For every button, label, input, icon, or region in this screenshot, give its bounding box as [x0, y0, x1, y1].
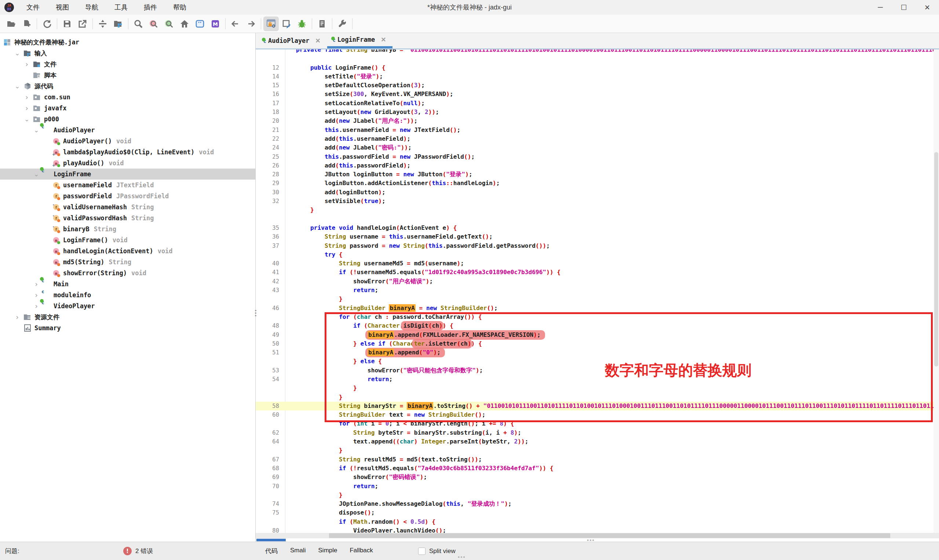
tree-item-label: LoginFrame — [54, 171, 91, 178]
tree-expander-icon[interactable]: › — [14, 313, 21, 321]
vertical-scrollbar-thumb[interactable] — [934, 152, 938, 366]
line-number — [256, 312, 285, 322]
log-viewer-icon[interactable] — [315, 17, 330, 31]
tree-item-com-sun[interactable]: ›com.sun — [0, 92, 255, 103]
inspector-icon[interactable] — [279, 17, 294, 31]
export-icon[interactable] — [75, 17, 90, 31]
tree-expander-icon[interactable]: ⌄ — [14, 83, 21, 90]
tree-expander-icon[interactable]: › — [32, 291, 40, 299]
forward-icon[interactable] — [243, 17, 259, 31]
tree-expander-icon[interactable]: ⌄ — [23, 115, 31, 123]
close-button[interactable]: ✕ — [916, 0, 939, 15]
tree-expander-icon[interactable]: ⌄ — [32, 126, 40, 134]
view-tab-0[interactable]: 代码 — [265, 547, 278, 555]
search-icon[interactable] — [131, 17, 146, 31]
tree-expander-icon[interactable]: › — [32, 280, 40, 288]
text-search-icon[interactable] — [146, 17, 161, 31]
deobfuscation-icon[interactable] — [264, 17, 279, 31]
tree-item-validusernamehash[interactable]: fvalidUsernameHashString — [0, 202, 255, 212]
tree-item--[interactable]: ›文件 — [0, 58, 255, 70]
tree-item-md5-string-[interactable]: mmd5(String)String — [0, 257, 255, 268]
tree-expander-icon[interactable]: › — [32, 302, 40, 310]
tree-item-audioplayer[interactable]: ⌄cAudioPlayer — [0, 125, 255, 135]
code-text: setVisible(true); — [285, 197, 385, 206]
tree-item-moduleinfo[interactable]: ›cmoduleinfo — [0, 289, 255, 300]
menu-0[interactable]: 文件 — [20, 1, 46, 14]
tree-expander-icon[interactable]: › — [23, 93, 31, 101]
tree-item-audioplayer-[interactable]: mAudioPlayer()void — [0, 135, 255, 146]
preferences-icon[interactable] — [335, 17, 350, 31]
back-icon[interactable] — [228, 17, 243, 31]
minimize-button[interactable]: ─ — [868, 0, 892, 15]
vertical-scrollbar[interactable] — [933, 49, 939, 533]
horizontal-scrollbar-thumb[interactable] — [329, 533, 890, 538]
horizontal-scrollbar[interactable] — [256, 533, 939, 538]
tree-item--[interactable]: ›资源文件 — [0, 312, 255, 323]
divider-grip-editor[interactable]: ••• — [587, 537, 595, 543]
line-number: 70 — [256, 482, 285, 491]
menu-1[interactable]: 视图 — [49, 1, 76, 14]
tree-expander-icon[interactable]: › — [23, 60, 31, 68]
maximize-button[interactable]: ☐ — [892, 0, 916, 15]
menu-5[interactable]: 帮助 — [167, 1, 193, 14]
tree-expander-icon[interactable]: ⌄ — [14, 49, 21, 57]
line-number: 17 — [256, 99, 285, 108]
menu-3[interactable]: 工具 — [108, 1, 134, 14]
tree-item-loginframe-[interactable]: mLoginFrame()void — [0, 235, 255, 246]
tree-expander-icon[interactable]: › — [23, 104, 31, 112]
code-viewport[interactable]: private final String binaryB = "01100101… — [256, 49, 939, 533]
code-text: } else if (Character.isLetter(ch)) { — [285, 339, 482, 348]
class-search-icon[interactable] — [161, 17, 177, 31]
svg-text:M: M — [213, 21, 218, 27]
view-tab-2[interactable]: Simple — [318, 547, 338, 555]
menu-2[interactable]: 导航 — [79, 1, 105, 14]
fit-window-icon[interactable] — [95, 17, 110, 31]
tree-item-binaryb[interactable]: fbinaryBString — [0, 223, 255, 235]
problems-label: 问题: — [5, 547, 19, 555]
view-tab-3[interactable]: Fallback — [350, 547, 373, 555]
tree-item--[interactable]: ⌄输入 — [0, 48, 255, 58]
open-file-icon[interactable] — [4, 17, 19, 31]
tab-close-icon[interactable]: ✕ — [381, 36, 386, 44]
mappings-icon[interactable]: M — [208, 17, 223, 31]
main-activity-icon[interactable] — [177, 17, 192, 31]
class-plain-icon: c — [43, 291, 51, 299]
menu-4[interactable]: 插件 — [137, 1, 163, 14]
open-custom-icon[interactable] — [192, 17, 208, 31]
code-text: return; — [285, 286, 378, 295]
debugger-icon[interactable] — [294, 17, 310, 31]
line-number: 36 — [256, 232, 285, 241]
tree-item-p000[interactable]: ⌄p000 — [0, 114, 255, 125]
code-line: 17 setLocationRelativeTo(null); — [256, 99, 933, 108]
divider-grip-window[interactable]: ••• — [458, 554, 466, 560]
flat-packages-icon[interactable] — [110, 17, 126, 31]
tree-item-summary[interactable]: Summary — [0, 323, 255, 334]
reload-icon[interactable] — [39, 17, 55, 31]
add-files-icon[interactable] — [19, 17, 34, 31]
tree-item-javafx[interactable]: ›javafx — [0, 103, 255, 114]
tab-close-icon[interactable]: ✕ — [315, 37, 321, 45]
tree-item--[interactable]: 脚本 — [0, 70, 255, 81]
tree-item--[interactable]: ⌄源代码 — [0, 81, 255, 92]
tree-item-videoplayer[interactable]: ›cVideoPlayer — [0, 300, 255, 312]
split-view-checkbox[interactable] — [418, 548, 426, 555]
view-tab-1[interactable]: Smali — [290, 547, 306, 555]
tree-item-passwordfield[interactable]: fpasswordFieldJPasswordField — [0, 191, 255, 202]
tree-expander-icon[interactable]: ⌄ — [32, 171, 40, 178]
tree-item-validpasswordhash[interactable]: fvalidPasswordHashString — [0, 212, 255, 223]
editor-tab-audioplayer[interactable]: cAudioPlayer✕ — [258, 33, 327, 48]
tree-item-main[interactable]: ›cMain — [0, 278, 255, 289]
editor-tab-loginframe[interactable]: cLoginFrame✕ — [327, 33, 393, 48]
tree-item-lambda-playaudio-0-clip-lineevent-[interactable]: mlambda$playAudio$0(Clip, LineEvent)void — [0, 146, 255, 158]
tree-item-handlelogin-actionevent-[interactable]: mhandleLogin(ActionEvent)void — [0, 246, 255, 257]
tree-item--jar[interactable]: 神秘的文件最神秘.jar — [0, 37, 255, 48]
code-text: JButton loginButton = new JButton("登录"); — [285, 170, 472, 179]
split-view-control[interactable]: Split view — [418, 548, 456, 555]
error-count-group[interactable]: ! 2 错误 — [123, 547, 153, 555]
save-all-icon[interactable] — [59, 17, 75, 31]
tree-item-loginframe[interactable]: ⌄cLoginFrame — [0, 169, 255, 180]
tree-item-usernamefield[interactable]: fusernameFieldJTextField — [0, 180, 255, 191]
tree-item-showerror-string-[interactable]: mshowError(String)void — [0, 268, 255, 278]
tree-item-playaudio-[interactable]: mplayAudio()void — [0, 158, 255, 169]
panel-splitter-handle[interactable]: ••• — [253, 309, 258, 317]
